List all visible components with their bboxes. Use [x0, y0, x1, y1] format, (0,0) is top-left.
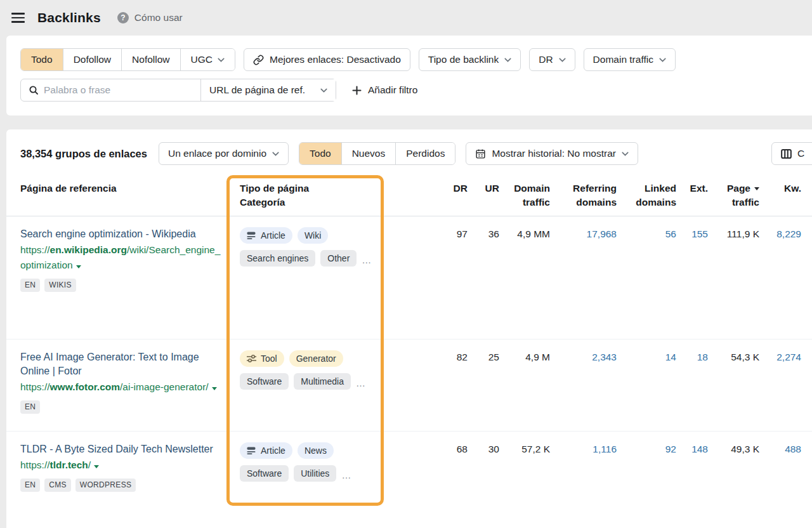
ref-page-url-dropdown[interactable]: URL de página de ref. — [200, 79, 336, 101]
linked-domains-link[interactable]: 92 — [617, 442, 676, 456]
url-scheme: https:// — [20, 459, 50, 470]
ur-value: 36 — [468, 227, 499, 241]
ext-links-link[interactable]: 155 — [676, 227, 708, 241]
col-header-ext[interactable]: Ext. — [676, 182, 708, 195]
linked-domains-link[interactable]: 56 — [617, 227, 676, 241]
keywords-link[interactable]: 2,274 — [759, 350, 801, 364]
table-row: Search engine optimization - Wikipedia h… — [6, 216, 812, 340]
filter-tab-ugc-dropdown[interactable]: UGC — [180, 49, 235, 70]
col-header-ur[interactable]: UR — [468, 182, 499, 195]
col-header-ref-page: Página de referencia — [20, 182, 226, 195]
filter-tab-dofollow[interactable]: Dofollow — [63, 49, 121, 70]
backlink-type-dropdown[interactable]: Tipo de backlink — [419, 48, 521, 71]
status-tabs-group: Todo Nuevos Perdidos — [299, 142, 455, 165]
ext-links-link[interactable]: 148 — [676, 442, 708, 456]
page-type-pill: Wiki — [298, 227, 328, 244]
page-type-pills: Article News — [240, 442, 385, 459]
linked-domains-link[interactable]: 14 — [617, 350, 676, 364]
domain-traffic-dropdown[interactable]: Domain traffic — [584, 48, 676, 71]
ref-page-title-link[interactable]: TLDR - A Byte Sized Daily Tech Newslette… — [20, 442, 222, 456]
best-links-button[interactable]: Mejores enlaces: Desactivado — [244, 48, 410, 71]
filter-tab-todo[interactable]: Todo — [21, 49, 63, 70]
ref-page-url[interactable]: https://www.fotor.com/ai-image-generator… — [20, 380, 225, 395]
status-tab-perdidos[interactable]: Perdidos — [395, 143, 455, 164]
how-to-use-link[interactable]: ? Cómo usar — [117, 12, 183, 23]
category-pill: Search engines — [240, 250, 315, 267]
chevron-down-icon — [659, 58, 666, 62]
table-header: Página de referencia Tipo de página Cate… — [6, 165, 812, 216]
caret-down-icon[interactable] — [76, 265, 81, 268]
page-type-label: Article — [261, 230, 285, 241]
dr-value: 82 — [385, 350, 468, 364]
col-header-page-traffic-line2: traffic — [708, 195, 759, 209]
ref-page-url[interactable]: https://en.wikipedia.org/wiki/Search_eng… — [20, 242, 225, 273]
follow-filter-group: Todo Dofollow Nofollow UGC — [20, 48, 235, 71]
ref-page-title-link[interactable]: Free AI Image Generator: Text to Image O… — [20, 350, 222, 378]
col-header-domain-traffic[interactable]: Domain traffic — [499, 182, 550, 209]
dr-value: 97 — [385, 227, 468, 241]
url-scheme: https:// — [20, 381, 50, 392]
keywords-link[interactable]: 488 — [759, 442, 801, 456]
more-categories-link[interactable]: … — [356, 376, 365, 388]
page-type-pill: Tool — [240, 350, 284, 367]
col-header-page-traffic-line1: Page — [727, 182, 750, 195]
col-header-linked-domains[interactable]: Linked domains — [617, 182, 676, 209]
chevron-down-icon — [559, 58, 566, 62]
add-filter-button[interactable]: Añadir filtro — [348, 84, 421, 96]
domain-traffic-label: Domain traffic — [593, 54, 653, 65]
plus-icon — [352, 86, 362, 95]
caret-down-icon[interactable] — [212, 387, 217, 390]
filter-tab-nofollow[interactable]: Nofollow — [121, 49, 180, 70]
ref-page-url[interactable]: https://tldr.tech/ — [20, 458, 225, 473]
caret-down-icon[interactable] — [94, 465, 99, 468]
language-tag: EN — [20, 400, 40, 414]
status-tab-todo[interactable]: Todo — [299, 143, 341, 164]
category-pill: Other — [320, 250, 357, 267]
search-input[interactable] — [44, 79, 200, 101]
col-header-category: Categoría — [240, 195, 385, 209]
chevron-down-icon — [272, 152, 279, 156]
col-header-page-traffic[interactable]: Page traffic — [708, 182, 759, 209]
col-header-dr[interactable]: DR — [385, 182, 468, 195]
more-categories-link[interactable]: … — [362, 253, 371, 265]
col-header-page-type: Tipo de página — [240, 182, 385, 195]
columns-button[interactable]: C — [771, 142, 812, 165]
cms-tag: CMS — [44, 478, 71, 492]
ref-page-title-link[interactable]: Search engine optimization - Wikipedia — [20, 227, 222, 241]
category-pill: Software — [240, 465, 289, 482]
best-links-label: Mejores enlaces: Desactivado — [270, 54, 401, 65]
referring-domains-link[interactable]: 17,968 — [550, 227, 617, 241]
url-domain: en.wikipedia.org — [50, 244, 127, 255]
menu-button[interactable] — [8, 6, 29, 29]
article-icon — [247, 447, 256, 454]
domain-traffic-value: 4,9 M — [499, 350, 550, 364]
search-icon — [21, 85, 44, 95]
history-dropdown[interactable]: Mostrar historial: No mostrar — [466, 142, 638, 165]
url-domain: www.fotor.com — [50, 381, 121, 392]
add-filter-label: Añadir filtro — [368, 84, 417, 96]
dr-filter-dropdown[interactable]: DR — [529, 48, 575, 71]
page-type-category-cell: Tool Generator Software Multimedia … — [226, 350, 385, 390]
col-header-page-type-category: Tipo de página Categoría — [226, 182, 385, 209]
ref-page-url-label: URL de página de ref. — [209, 84, 305, 96]
page-type-pill: Generator — [289, 350, 343, 367]
group-by-dropdown[interactable]: Un enlace por dominio — [159, 142, 289, 165]
referring-domains-link[interactable]: 2,343 — [550, 350, 617, 364]
table-row: TLDR - A Byte Sized Daily Tech Newslette… — [6, 432, 812, 528]
status-tab-nuevos[interactable]: Nuevos — [341, 143, 396, 164]
col-header-kw[interactable]: Kw. — [759, 182, 801, 195]
more-categories-link[interactable]: … — [341, 468, 351, 480]
category-pill: Software — [240, 373, 289, 390]
ref-page-cell: TLDR - A Byte Sized Daily Tech Newslette… — [20, 442, 226, 492]
group-by-label: Un enlace por dominio — [168, 148, 266, 159]
category-pill: Multimedia — [294, 373, 351, 390]
menu-icon — [11, 13, 25, 22]
ext-links-link[interactable]: 18 — [676, 350, 708, 364]
referring-domains-link[interactable]: 1,116 — [550, 442, 617, 456]
keywords-link[interactable]: 8,229 — [759, 227, 801, 241]
platform-tag: WORDPRESS — [75, 478, 136, 492]
page-traffic-value: 54,3 K — [708, 350, 759, 364]
results-count: 38,354 grupos de enlaces — [20, 148, 147, 160]
col-header-referring-domains[interactable]: Referring domains — [550, 182, 617, 209]
ur-value: 30 — [468, 442, 499, 456]
